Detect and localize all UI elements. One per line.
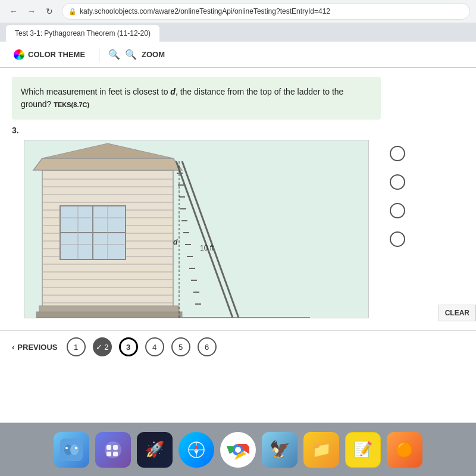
color-wheel-icon bbox=[14, 49, 24, 60]
page-numbers: 1 ✓ 2 3 4 5 6 bbox=[67, 337, 217, 356]
question-text-before-d: Which measurement in feet is closest to bbox=[21, 87, 170, 96]
svg-rect-58 bbox=[107, 445, 111, 450]
answer-options-column: CLEAR bbox=[390, 140, 405, 266]
bottom-nav: ‹ PREVIOUS 1 ✓ 2 3 4 5 6 bbox=[0, 330, 476, 363]
page-2[interactable]: ✓ 2 bbox=[93, 337, 112, 356]
lock-icon: 🔒 bbox=[68, 8, 77, 15]
answer-option-3[interactable] bbox=[390, 203, 405, 218]
main-wrapper: ← → ↻ 🔒 katy.schoolobjects.com/aware2/on… bbox=[0, 0, 476, 476]
question-number: 3. bbox=[12, 126, 464, 135]
page-1[interactable]: 1 bbox=[67, 337, 86, 356]
active-tab[interactable]: Test 3-1: Pythagorean Theorem (11-12-20) bbox=[6, 25, 159, 42]
dock-finder-icon[interactable] bbox=[54, 432, 89, 468]
dock-launchpad-icon[interactable] bbox=[95, 432, 131, 468]
previous-button[interactable]: ‹ PREVIOUS bbox=[12, 343, 58, 352]
svg-marker-19 bbox=[33, 158, 182, 170]
page-4[interactable]: 4 bbox=[145, 337, 164, 356]
svg-rect-29 bbox=[36, 312, 182, 318]
prev-chevron-icon: ‹ bbox=[12, 343, 14, 352]
page-5[interactable]: 5 bbox=[171, 337, 190, 356]
svg-rect-60 bbox=[107, 452, 111, 456]
dock-chrome-icon[interactable] bbox=[220, 432, 256, 468]
toolbar-divider bbox=[99, 48, 99, 62]
zoom-in-icon[interactable]: 🔍 bbox=[125, 49, 137, 60]
tab-title: Test 3-1: Pythagorean Theorem (11-12-20) bbox=[15, 29, 151, 37]
question-d-variable: d bbox=[170, 87, 176, 96]
browser-chrome: ← → ↻ 🔒 katy.schoolobjects.com/aware2/on… bbox=[0, 0, 476, 42]
forward-button[interactable]: → bbox=[24, 4, 39, 19]
zoom-out-icon[interactable]: 🔍 bbox=[108, 49, 120, 60]
dock-bird-icon[interactable]: 🦅 bbox=[262, 432, 298, 468]
back-button[interactable]: ← bbox=[6, 4, 21, 19]
clear-button[interactable]: CLEAR bbox=[439, 305, 476, 321]
answer-option-4[interactable] bbox=[390, 231, 405, 247]
diagram-options-row: d 10 ft ← 3 ft → bbox=[12, 140, 464, 318]
svg-rect-61 bbox=[113, 452, 118, 456]
previous-label: PREVIOUS bbox=[17, 343, 57, 352]
url-text: katy.schoolobjects.com/aware2/onlineTest… bbox=[80, 7, 330, 15]
svg-text:d: d bbox=[173, 238, 178, 246]
question-text-box: Which measurement in feet is closest to … bbox=[12, 77, 381, 120]
svg-text:10 ft: 10 ft bbox=[200, 244, 214, 252]
tab-bar: Test 3-1: Pythagorean Theorem (11-12-20) bbox=[0, 23, 476, 42]
zoom-label: ZOOM bbox=[142, 50, 165, 59]
svg-point-71 bbox=[235, 447, 241, 453]
dock-files-icon[interactable]: 📁 bbox=[303, 432, 339, 468]
svg-point-54 bbox=[70, 444, 79, 455]
diagram-svg: d 10 ft ← 3 ft → bbox=[24, 140, 368, 318]
mac-dock: 🚀 🦅 bbox=[0, 422, 476, 476]
answer-option-2[interactable] bbox=[390, 174, 405, 190]
page-6[interactable]: 6 bbox=[198, 337, 217, 356]
color-theme-button[interactable]: COLOR THEME bbox=[9, 47, 90, 62]
svg-rect-59 bbox=[113, 445, 118, 450]
question-content: Which measurement in feet is closest to … bbox=[0, 68, 476, 327]
teks-reference: TEKS(8.7C) bbox=[54, 101, 89, 108]
color-theme-label: COLOR THEME bbox=[28, 50, 85, 59]
page-3[interactable]: 3 bbox=[119, 337, 138, 356]
page-toolbar: COLOR THEME 🔍 🔍 ZOOM bbox=[0, 42, 476, 68]
zoom-area: 🔍 🔍 ZOOM bbox=[108, 49, 165, 60]
dock-rocket-icon[interactable]: 🚀 bbox=[137, 432, 173, 468]
svg-point-55 bbox=[65, 447, 68, 449]
answer-option-1[interactable] bbox=[390, 146, 405, 161]
diagram-container: d 10 ft ← 3 ft → bbox=[24, 140, 369, 318]
refresh-button[interactable]: ↻ bbox=[42, 4, 57, 19]
browser-toolbar: ← → ↻ 🔒 katy.schoolobjects.com/aware2/on… bbox=[0, 0, 476, 23]
dock-extra-icon[interactable]: 🟠 bbox=[387, 432, 422, 468]
nav-buttons: ← → ↻ bbox=[6, 4, 57, 19]
dock-safari-icon[interactable] bbox=[178, 432, 214, 468]
dock-notes-icon[interactable]: 📝 bbox=[345, 432, 381, 468]
browser-window: ← → ↻ 🔒 katy.schoolobjects.com/aware2/on… bbox=[0, 0, 476, 422]
address-bar[interactable]: 🔒 katy.schoolobjects.com/aware2/onlineTe… bbox=[62, 3, 470, 20]
svg-point-56 bbox=[75, 447, 77, 449]
